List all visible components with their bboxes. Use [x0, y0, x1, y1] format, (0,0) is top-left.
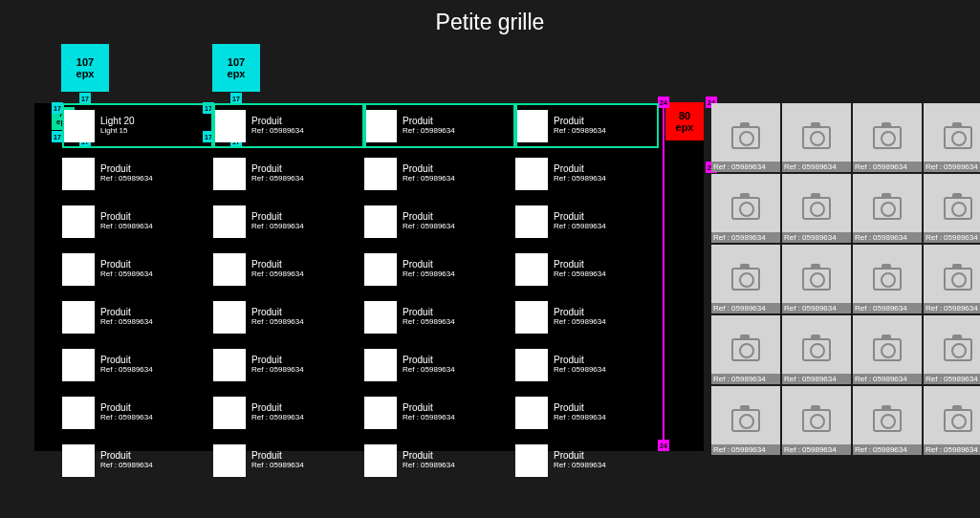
list-item[interactable]: ProduitRef : 05989634: [62, 438, 213, 483]
list-item[interactable]: ProduitRef : 05989634: [364, 342, 515, 387]
product-ref: Ref : 05989634: [251, 223, 304, 230]
tile-caption: Ref : 05989634: [853, 162, 922, 172]
product-name: Produit: [100, 260, 153, 270]
camera-icon: [944, 126, 972, 149]
product-name: Produit: [100, 212, 153, 223]
product-thumbnail: [364, 253, 397, 286]
list-item[interactable]: ProduitRef : 05989634: [364, 103, 515, 148]
product-name: Produit: [403, 117, 455, 127]
product-tile[interactable]: Ref : 05989634: [924, 245, 980, 313]
product-ref: Ref : 05989634: [251, 175, 304, 183]
tile-caption: Ref : 05989634: [924, 444, 980, 455]
tile-caption: Ref : 05989634: [853, 303, 922, 313]
tile-caption: Ref : 05989634: [711, 444, 780, 455]
list-item[interactable]: ProduitRef : 05989634: [213, 199, 364, 244]
list-item[interactable]: ProduitRef : 05989634: [515, 390, 659, 435]
product-thumbnail: [364, 444, 397, 477]
list-item[interactable]: ProduitRef : 05989634: [515, 151, 659, 196]
product-tile[interactable]: Ref : 05989634: [782, 174, 851, 243]
list-item[interactable]: ProduitRef : 05989634: [213, 294, 364, 339]
product-tile[interactable]: Ref : 05989634: [711, 174, 780, 243]
product-tile[interactable]: Ref : 05989634: [853, 174, 922, 243]
product-tile[interactable]: Ref : 05989634: [853, 315, 922, 384]
list-item[interactable]: ProduitRef : 05989634: [62, 151, 213, 196]
product-tile[interactable]: Ref : 05989634: [711, 103, 780, 172]
product-tile[interactable]: Ref : 05989634: [853, 386, 922, 455]
product-ref: Ref : 05989634: [251, 366, 304, 374]
list-item[interactable]: Light 20Light 15: [62, 103, 213, 148]
camera-icon: [802, 338, 831, 361]
list-item[interactable]: ProduitRef : 05989634: [364, 390, 515, 435]
list-item[interactable]: ProduitRef : 05989634: [213, 151, 364, 196]
product-thumbnail: [364, 110, 397, 142]
product-tile[interactable]: Ref : 05989634: [924, 103, 980, 172]
list-item[interactable]: ProduitRef : 05989634: [62, 390, 213, 435]
list-item[interactable]: ProduitRef : 05989634: [213, 103, 364, 148]
product-name: Produit: [403, 260, 455, 270]
product-ref: Ref : 05989634: [100, 175, 153, 183]
product-thumbnail: [62, 253, 95, 286]
list-item[interactable]: ProduitRef : 05989634: [213, 390, 364, 435]
list-item[interactable]: ProduitRef : 05989634: [213, 438, 364, 483]
product-tile[interactable]: Ref : 05989634: [853, 103, 922, 172]
product-tile[interactable]: Ref : 05989634: [711, 386, 780, 455]
product-name: Produit: [554, 451, 606, 462]
camera-icon: [731, 338, 760, 361]
list-item[interactable]: ProduitRef : 05989634: [515, 438, 659, 483]
product-thumbnail: [515, 444, 548, 477]
list-item[interactable]: ProduitRef : 05989634: [515, 103, 659, 148]
list-item[interactable]: ProduitRef : 05989634: [62, 342, 213, 387]
product-ref: Ref : 05989634: [100, 414, 153, 421]
product-thumbnail: [364, 349, 397, 381]
product-tile[interactable]: Ref : 05989634: [924, 386, 980, 455]
list-item[interactable]: ProduitRef : 05989634: [62, 199, 213, 244]
product-ref: Ref : 05989634: [251, 127, 304, 135]
camera-icon: [802, 126, 831, 149]
product-tile[interactable]: Ref : 05989634: [924, 174, 980, 243]
product-tile[interactable]: Ref : 05989634: [782, 245, 851, 313]
camera-icon: [802, 409, 831, 432]
product-thumbnail: [62, 205, 95, 238]
tile-caption: Ref : 05989634: [924, 303, 980, 313]
list-item[interactable]: ProduitRef : 05989634: [515, 294, 659, 339]
product-name: Produit: [251, 117, 304, 127]
product-ref: Ref : 05989634: [554, 414, 606, 421]
camera-icon: [802, 197, 831, 220]
product-tile[interactable]: Ref : 05989634: [711, 245, 780, 313]
tile-caption: Ref : 05989634: [782, 303, 851, 313]
product-name: Produit: [403, 356, 455, 366]
product-tile[interactable]: Ref : 05989634: [782, 103, 851, 172]
product-tile[interactable]: Ref : 05989634: [711, 315, 780, 384]
list-item[interactable]: ProduitRef : 05989634: [364, 247, 515, 291]
product-tile[interactable]: Ref : 05989634: [782, 315, 851, 384]
tile-caption: Ref : 05989634: [924, 232, 980, 243]
product-thumbnail: [62, 349, 95, 381]
product-ref: Ref : 05989634: [100, 270, 153, 278]
tile-caption: Ref : 05989634: [711, 374, 780, 384]
list-item[interactable]: ProduitRef : 05989634: [515, 199, 659, 244]
product-name: Produit: [100, 403, 153, 414]
product-thumbnail: [515, 205, 548, 238]
list-item[interactable]: ProduitRef : 05989634: [364, 438, 515, 483]
list-item[interactable]: ProduitRef : 05989634: [515, 247, 659, 291]
product-thumbnail: [62, 110, 95, 142]
list-item[interactable]: ProduitRef : 05989634: [364, 294, 515, 339]
product-name: Produit: [100, 451, 153, 462]
list-item[interactable]: ProduitRef : 05989634: [62, 247, 213, 291]
list-item[interactable]: ProduitRef : 05989634: [62, 294, 213, 339]
product-thumbnail: [515, 349, 548, 381]
tile-caption: Ref : 05989634: [782, 232, 851, 243]
product-ref: Ref : 05989634: [403, 270, 455, 278]
list-item[interactable]: ProduitRef : 05989634: [213, 342, 364, 387]
list-item[interactable]: ProduitRef : 05989634: [213, 247, 364, 291]
list-item[interactable]: ProduitRef : 05989634: [515, 342, 659, 387]
product-tile[interactable]: Ref : 05989634: [853, 245, 922, 313]
tile-caption: Ref : 05989634: [711, 303, 780, 313]
list-item[interactable]: ProduitRef : 05989634: [364, 151, 515, 196]
product-name: Produit: [251, 212, 304, 223]
list-item[interactable]: ProduitRef : 05989634: [364, 199, 515, 244]
tile-caption: Ref : 05989634: [711, 232, 780, 243]
product-ref: Ref : 05989634: [100, 318, 153, 326]
product-tile[interactable]: Ref : 05989634: [782, 386, 851, 455]
product-tile[interactable]: Ref : 05989634: [924, 315, 980, 384]
